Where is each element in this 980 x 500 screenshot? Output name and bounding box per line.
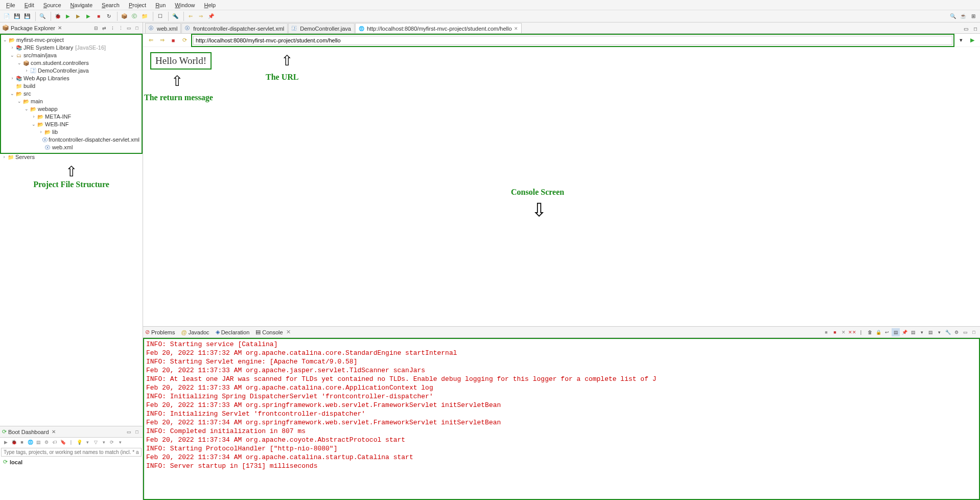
tab-fc-xml[interactable]: ⓧfrontcontroller-dispatcher-servlet.xml (181, 23, 288, 33)
tree-webinf[interactable]: WEB-INF (44, 121, 68, 128)
url-input[interactable] (193, 36, 952, 45)
tab-console[interactable]: ▤Console✕ (255, 329, 290, 335)
quick-access-icon[interactable]: 🔍 (948, 12, 958, 21)
collapse-all-icon[interactable]: ⊟ (92, 25, 100, 32)
coverage-icon[interactable]: ▶ (74, 12, 83, 21)
menu-file[interactable]: File (2, 1, 19, 9)
minimize-icon[interactable]: ▭ (961, 328, 969, 336)
save-all-icon[interactable]: 💾 (22, 12, 32, 21)
boot-debug-icon[interactable]: 🐞 (10, 439, 17, 446)
menu-help[interactable]: Help (200, 1, 220, 9)
tree-web-xml[interactable]: web.xml (51, 144, 73, 151)
boot-stop-icon[interactable]: ■ (18, 439, 26, 446)
search-icon[interactable]: 🔦 (171, 12, 180, 21)
go-icon[interactable]: ▶ (968, 36, 977, 45)
tree-main[interactable]: main (30, 98, 43, 105)
minimize-icon[interactable]: ▭ (125, 428, 132, 436)
scroll-lock-icon[interactable]: 🔒 (874, 328, 882, 336)
new-class-icon[interactable]: Ⓒ (130, 12, 139, 21)
tree-lib[interactable]: lib (51, 128, 58, 136)
new-package-icon[interactable]: 📦 (120, 12, 129, 21)
open-console-icon[interactable]: ▤ (926, 328, 935, 336)
remove-all-icon[interactable]: ✕✕ (848, 328, 856, 336)
maximize-icon[interactable]: □ (133, 428, 141, 436)
gear-icon[interactable]: ⚙ (952, 328, 961, 336)
menu-navigate[interactable]: Navigate (66, 1, 97, 9)
view-menu-icon[interactable]: ⋮ (117, 25, 124, 32)
project-tree[interactable]: ⌄📂myfirst-mvc-project ›📚JRE System Libra… (0, 34, 143, 154)
remove-launch-icon[interactable]: ✕ (839, 328, 848, 336)
boot-tag-icon[interactable]: 🏷 (51, 439, 58, 446)
boot-refresh-icon[interactable]: ⟳ (108, 439, 115, 446)
tree-pkg[interactable]: com.student.controllers (30, 59, 89, 67)
tree-src[interactable]: src (22, 90, 31, 98)
tab-browser[interactable]: 🌐http://localhost:8080/myfirst-mvc-proje… (355, 23, 522, 33)
tree-webapp[interactable]: webapp (37, 105, 58, 113)
perspective-java-icon[interactable]: ☕ (959, 12, 968, 21)
menu-project[interactable]: Project (125, 1, 150, 9)
boot-search-input[interactable] (1, 448, 142, 457)
close-icon[interactable]: ✕ (58, 25, 62, 31)
forward-icon[interactable]: ⇒ (157, 36, 167, 45)
boot-item-local[interactable]: ⟳ local (0, 458, 143, 466)
maximize-icon[interactable]: □ (971, 24, 980, 33)
tab-web-xml[interactable]: ⓧweb.xml (145, 23, 181, 33)
new-project-icon[interactable]: 📁 (140, 12, 149, 21)
show-console-icon[interactable]: ▤ (892, 328, 900, 336)
tab-demo-controller[interactable]: 🇯DemoController.java (288, 23, 355, 33)
tab-javadoc[interactable]: @Javadoc (181, 329, 209, 335)
forward-history-icon[interactable]: ⇒ (196, 12, 205, 21)
terminate-icon[interactable]: ■ (822, 328, 830, 336)
boot-open-icon[interactable]: 🌐 (27, 439, 34, 446)
url-dropdown-icon[interactable]: ▾ (956, 36, 966, 45)
stop-icon[interactable]: ■ (169, 36, 178, 45)
open-type-icon[interactable]: 🔍 (38, 12, 47, 21)
back-history-icon[interactable]: ⇐ (186, 12, 195, 21)
open-task-icon[interactable]: ☐ (155, 12, 165, 21)
tree-project[interactable]: myfirst-mvc-project (15, 36, 64, 44)
tab-problems[interactable]: ⊘Problems (145, 329, 175, 335)
boot-console-icon[interactable]: ▤ (35, 439, 42, 446)
menu-edit[interactable]: Edit (20, 1, 38, 9)
debug-icon[interactable]: 🐞 (53, 12, 62, 21)
clear-console-icon[interactable]: 🗑 (866, 328, 874, 336)
back-icon[interactable]: ⇐ (146, 36, 155, 45)
pin-icon[interactable]: 📌 (206, 12, 216, 21)
close-icon[interactable]: ✕ (514, 26, 518, 31)
minimize-icon[interactable]: ▭ (961, 24, 970, 33)
tree-src-java[interactable]: src/main/java (22, 52, 57, 59)
maximize-icon[interactable]: □ (970, 328, 978, 336)
close-icon[interactable]: ✕ (286, 329, 291, 335)
pin-console-icon[interactable]: 📌 (900, 328, 908, 336)
tree-jre[interactable]: JRE System Library (22, 44, 73, 52)
perspective-open-icon[interactable]: ⊞ (969, 12, 978, 21)
menu-window[interactable]: Window (171, 1, 199, 9)
minimize-icon[interactable]: ▭ (125, 25, 132, 32)
terminate-all-icon[interactable]: ■ (831, 328, 839, 336)
tree-demo-controller[interactable]: DemoController.java (37, 67, 89, 75)
close-icon[interactable]: ✕ (52, 429, 56, 435)
boot-run-icon[interactable]: ▶ (2, 439, 9, 446)
filter-icon[interactable]: ⫶ (109, 25, 116, 32)
menu-search[interactable]: Search (98, 1, 124, 9)
menu-source[interactable]: Source (39, 1, 65, 9)
tree-build[interactable]: build (22, 82, 35, 90)
tree-fc-xml[interactable]: frontcontroller-dispatcher-servlet.xml (48, 136, 139, 144)
maximize-icon[interactable]: □ (133, 25, 141, 32)
refresh-icon[interactable]: ⟳ (180, 36, 189, 45)
console-output[interactable]: INFO: Starting service [Catalina]Feb 20,… (143, 338, 980, 500)
boot-filter2-icon[interactable]: ▽ (92, 439, 99, 446)
relaunch-icon[interactable]: ↻ (104, 12, 113, 21)
boot-filter-icon[interactable]: 🔖 (59, 439, 66, 446)
tree-webapp-lib[interactable]: Web App Libraries (22, 75, 69, 82)
boot-group-icon[interactable]: 💡 (76, 439, 83, 446)
boot-config-icon[interactable]: ⚙ (43, 439, 50, 446)
run-icon[interactable]: ▶ (63, 12, 73, 21)
tree-servers[interactable]: Servers (14, 154, 35, 160)
save-icon[interactable]: 💾 (12, 12, 21, 21)
menu-run[interactable]: Run (151, 1, 170, 9)
display-console-icon[interactable]: ▤ (909, 328, 917, 336)
stop-icon[interactable]: ■ (94, 12, 103, 21)
run-last-icon[interactable]: ▶ (84, 12, 93, 21)
link-editor-icon[interactable]: ⇄ (101, 25, 108, 32)
